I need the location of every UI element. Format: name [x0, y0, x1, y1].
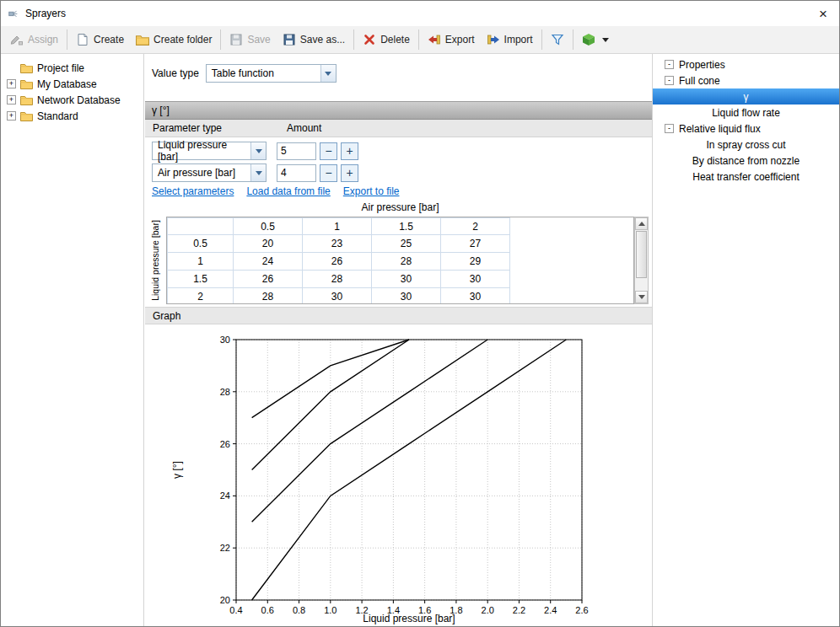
- chevron-down-icon: [320, 65, 336, 82]
- export-button[interactable]: Export: [422, 29, 481, 50]
- expand-icon[interactable]: +: [7, 95, 16, 104]
- value-cell[interactable]: 26: [303, 253, 372, 271]
- tree-item-standard[interactable]: +Standard: [1, 108, 143, 124]
- value-cell[interactable]: 29: [441, 253, 510, 271]
- export-to-file-link[interactable]: Export to file: [343, 185, 400, 197]
- value-cell[interactable]: 30: [372, 288, 441, 305]
- gamma-line-chart: 0.40.60.81.01.21.41.61.82.02.22.42.62022…: [145, 324, 652, 627]
- import-button[interactable]: Import: [481, 29, 539, 50]
- import-icon: [487, 33, 500, 46]
- create-button[interactable]: Create: [70, 29, 130, 50]
- select-parameters-link[interactable]: Select parameters: [152, 185, 234, 197]
- tree-item-label: Standard: [37, 110, 78, 122]
- folder-icon: [20, 79, 33, 89]
- folder-tree: Project file+My Database+Network Databas…: [1, 54, 144, 626]
- expand-icon[interactable]: +: [7, 79, 16, 88]
- properties-header[interactable]: - Properties: [653, 56, 839, 72]
- sprayers-window: Sprayers × Assign Create Create folder: [0, 0, 840, 627]
- property-item-full-cone[interactable]: -Full cone: [653, 72, 839, 88]
- svg-text:2.0: 2.0: [482, 605, 494, 615]
- close-button[interactable]: ×: [819, 7, 827, 21]
- package-menu-button[interactable]: [576, 29, 615, 50]
- chevron-down-icon: [602, 38, 609, 42]
- collapse-icon[interactable]: -: [665, 124, 674, 133]
- value-cell[interactable]: 26: [234, 271, 303, 288]
- svg-text:0.4: 0.4: [229, 605, 242, 615]
- svg-text:γ [°]: γ [°]: [171, 461, 183, 479]
- toolbar: Assign Create Create folder Save S: [1, 26, 839, 54]
- graph-section-header: Graph: [145, 307, 652, 324]
- chevron-down-icon: [250, 164, 266, 181]
- decrement-button[interactable]: −: [320, 164, 337, 182]
- tree-item-network-database[interactable]: +Network Database: [1, 92, 143, 108]
- row-header: 0.5: [168, 235, 234, 253]
- package-icon: [582, 33, 595, 46]
- toolbar-separator: [541, 29, 542, 50]
- column-header: 1: [303, 218, 372, 235]
- decrement-button[interactable]: −: [320, 142, 337, 160]
- arrow-down-icon: [638, 295, 645, 299]
- parameter-row-air-pressure: Air pressure [bar] − +: [152, 163, 358, 182]
- amount-input-air-pressure[interactable]: [277, 164, 316, 182]
- tree-item-my-database[interactable]: +My Database: [1, 76, 143, 92]
- scroll-up-button[interactable]: [635, 217, 648, 230]
- svg-text:2.4: 2.4: [544, 605, 557, 615]
- svg-text:2.2: 2.2: [513, 605, 525, 615]
- tree-item-project-file[interactable]: Project file: [1, 60, 143, 76]
- window-title: Sprayers: [25, 8, 66, 19]
- property-item-by-distance-from-nozzle[interactable]: By distance from nozzle: [653, 153, 839, 169]
- property-item-heat-transfer-coefficient[interactable]: Heat transfer coefficient: [653, 169, 839, 185]
- app-icon: [8, 8, 19, 19]
- value-cell[interactable]: 20: [234, 235, 303, 253]
- value-cell[interactable]: 23: [303, 235, 372, 253]
- svg-text:0.6: 0.6: [261, 605, 274, 615]
- increment-button[interactable]: +: [341, 164, 358, 182]
- collapse-icon[interactable]: -: [665, 76, 674, 85]
- value-cell[interactable]: 30: [441, 288, 510, 305]
- filter-button[interactable]: [545, 29, 570, 50]
- value-type-combo[interactable]: Table function: [206, 64, 337, 83]
- property-item-relative-liquid-flux[interactable]: -Relative liquid flux: [653, 121, 839, 137]
- property-item-liquid-flow-rate[interactable]: Liquid flow rate: [653, 104, 839, 121]
- value-cell[interactable]: 28: [303, 271, 372, 288]
- load-data-from-file-link[interactable]: Load data from file: [246, 185, 330, 197]
- value-cell[interactable]: 25: [372, 235, 441, 253]
- save-as-label: Save as...: [300, 34, 345, 46]
- property-item-label: Full cone: [679, 75, 720, 87]
- value-cell[interactable]: 27: [441, 235, 510, 253]
- value-cell[interactable]: 30: [372, 271, 441, 288]
- save-as-button[interactable]: Save as...: [277, 29, 351, 50]
- corner-cell: [168, 218, 234, 235]
- increment-button[interactable]: +: [341, 142, 358, 160]
- table-scrollbar[interactable]: [634, 217, 649, 304]
- expand-icon[interactable]: +: [7, 111, 16, 121]
- table-grid: 0.511.52 0.5202325271242628291.526283030…: [166, 217, 634, 304]
- property-item-in-spray-cross-cut[interactable]: In spray cross cut: [653, 137, 839, 153]
- folder-icon: [20, 63, 33, 73]
- svg-text:30: 30: [220, 335, 230, 345]
- value-cell[interactable]: 30: [441, 271, 510, 288]
- new-document-icon: [76, 33, 89, 46]
- svg-text:20: 20: [220, 595, 230, 605]
- export-label: Export: [445, 34, 475, 46]
- collapse-icon[interactable]: -: [665, 60, 674, 69]
- value-cell[interactable]: 28: [234, 288, 303, 305]
- column-header: 0.5: [234, 218, 303, 235]
- value-cell[interactable]: 30: [303, 288, 372, 305]
- delete-button[interactable]: Delete: [357, 29, 416, 50]
- amount-input-liquid-pressure[interactable]: [277, 142, 316, 160]
- scrollbar-thumb[interactable]: [636, 231, 647, 278]
- column-header: 1.5: [372, 218, 441, 235]
- property-item-gamma[interactable]: γ: [653, 88, 839, 104]
- svg-text:0.8: 0.8: [293, 605, 305, 615]
- parameter-combo-air-pressure[interactable]: Air pressure [bar]: [152, 163, 267, 182]
- scroll-down-button[interactable]: [635, 291, 648, 303]
- assign-button[interactable]: Assign: [4, 29, 64, 50]
- create-folder-button[interactable]: Create folder: [130, 29, 218, 50]
- svg-text:1.0: 1.0: [324, 605, 337, 615]
- value-cell[interactable]: 28: [372, 253, 441, 271]
- parameter-combo-liquid-pressure[interactable]: Liquid pressure [bar]: [152, 142, 267, 160]
- new-folder-icon: [136, 33, 149, 46]
- value-cell[interactable]: 24: [234, 253, 303, 271]
- save-button[interactable]: Save: [223, 29, 276, 50]
